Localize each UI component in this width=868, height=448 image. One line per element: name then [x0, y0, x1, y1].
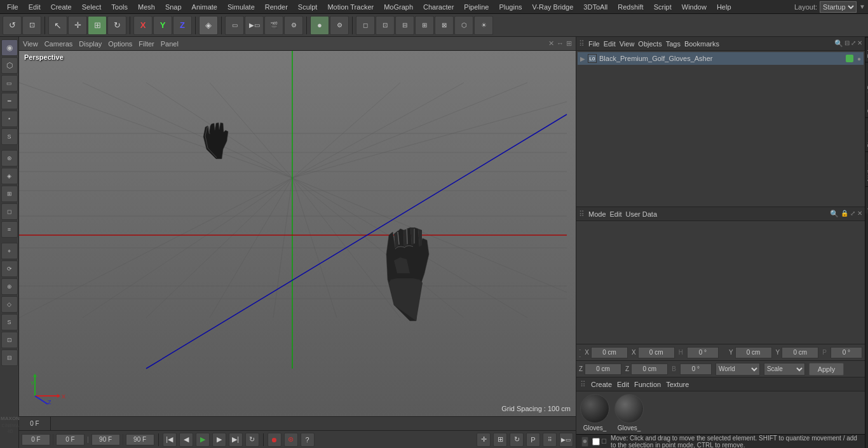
top-view-button[interactable]: ⊡ [376, 16, 395, 35]
sidebar-polygon-button[interactable]: ▭ [1, 75, 18, 92]
menu-mograph[interactable]: MoGraph [379, 2, 417, 12]
front-view-button[interactable]: ⊟ [395, 16, 414, 35]
coord-x-size-input[interactable] [638, 347, 675, 358]
coord-y-size-input[interactable] [782, 347, 818, 358]
vp-icon-3[interactable]: ⊞ [566, 39, 572, 48]
render-settings-button[interactable]: ⚙ [284, 16, 303, 35]
vtab-structure[interactable]: Structure [865, 118, 868, 152]
om-item-gloves[interactable]: ▶ L0 Black_Premium_Golf_Gloves_Asher ● [578, 52, 864, 65]
vp-icon-1[interactable]: ✕ [548, 39, 554, 48]
sidebar-mesh-button[interactable]: ⬡ [1, 57, 18, 74]
vp-icon-2[interactable]: ↔ [557, 39, 564, 48]
snap-button[interactable]: ● [310, 16, 329, 35]
right-view-button[interactable]: ⊞ [415, 16, 434, 35]
vp-display-menu[interactable]: Display [79, 40, 102, 48]
coord-type-dropdown[interactable]: Scale [764, 363, 805, 376]
menu-motion-tracker[interactable]: Motion Tracker [323, 2, 378, 12]
om-tags-menu[interactable]: Tags [666, 40, 681, 48]
sidebar-tool6-button[interactable]: ⌖ [1, 243, 18, 259]
sidebar-tool5-button[interactable]: ≡ [1, 221, 18, 238]
coord-mode-dropdown[interactable]: World [715, 363, 760, 376]
menu-edit[interactable]: Edit [24, 2, 45, 12]
vtab-takes[interactable]: Takes [865, 37, 868, 62]
viewport-solo-button[interactable]: ⬡ [454, 16, 473, 35]
render-active-view-button[interactable]: ▶▭ [245, 16, 264, 35]
sidebar-tool11-button[interactable]: ⊡ [1, 332, 18, 348]
om-filter-icon[interactable]: ⊟ [844, 39, 850, 48]
coord-apply-button[interactable]: Apply [809, 363, 844, 376]
sidebar-tool8-button[interactable]: ⊕ [1, 278, 18, 295]
vp-view-menu[interactable]: View [23, 40, 38, 48]
menu-vray-bridge[interactable]: V-Ray Bridge [528, 2, 578, 12]
x-axis-button[interactable]: X [133, 16, 153, 35]
sidebar-tool1-button[interactable]: ⊛ [1, 150, 18, 166]
om-close-icon[interactable]: ✕ [857, 39, 862, 48]
sidebar-uvw-button[interactable]: S [1, 128, 18, 145]
om-view-menu[interactable]: View [620, 40, 635, 48]
vp-options-menu[interactable]: Options [108, 40, 132, 48]
om-search-icon[interactable]: 🔍 [834, 39, 843, 48]
scale-tool-button[interactable]: ⊞ [88, 16, 107, 35]
menu-tools[interactable]: Tools [107, 2, 132, 12]
attr-lock-icon[interactable]: 🔒 [841, 210, 848, 218]
menu-render[interactable]: Render [261, 2, 292, 12]
viewport[interactable]: Perspective [19, 51, 576, 416]
render-end-frame-input[interactable] [126, 434, 154, 445]
menu-3dtoall[interactable]: 3DToAll [579, 2, 612, 12]
om-expand-icon[interactable]: ⤢ [851, 39, 856, 48]
sidebar-tool2-button[interactable]: ◈ [1, 168, 18, 184]
attr-expand-icon[interactable]: ⤢ [850, 210, 855, 218]
four-view-button[interactable]: ⊠ [435, 16, 454, 35]
rotate-tool-button[interactable]: ↻ [107, 16, 126, 35]
status-checkbox[interactable]: ☐ [592, 438, 607, 445]
sidebar-tool12-button[interactable]: ⊟ [1, 350, 18, 366]
prev-frame-button[interactable]: ◀ [179, 433, 193, 447]
menu-simulate[interactable]: Simulate [223, 2, 259, 12]
goto-start-button[interactable]: |◀ [163, 433, 177, 447]
menu-file[interactable]: File [3, 2, 23, 12]
vtab-layers[interactable]: Layers [865, 186, 868, 214]
menu-create[interactable]: Create [46, 2, 76, 12]
autokey-button[interactable]: ⊛ [284, 433, 298, 447]
z-axis-button[interactable]: Z [173, 16, 192, 35]
sidebar-tool9-button[interactable]: ◇ [1, 296, 18, 313]
om-objects-menu[interactable]: Objects [638, 40, 661, 48]
mat-texture-menu[interactable]: Texture [666, 381, 689, 388]
perspective-view-button[interactable]: ◻ [356, 16, 375, 35]
undo-button[interactable]: ↺ [3, 16, 22, 35]
coord-z-size-input[interactable] [631, 363, 668, 375]
coord-x-pos-input[interactable] [591, 347, 628, 358]
play-button[interactable]: ▶ [196, 433, 210, 447]
om-file-menu[interactable]: File [588, 40, 600, 48]
sidebar-edge-button[interactable]: ━ [1, 93, 18, 109]
vtab-attributes[interactable]: Attributes [865, 151, 868, 186]
move-tool-button[interactable]: ✛ [68, 16, 87, 35]
start-frame-input[interactable] [22, 434, 50, 445]
shading-button[interactable]: ☀ [474, 16, 493, 35]
redo-button[interactable]: ⊡ [22, 16, 41, 35]
om-bookmarks-menu[interactable]: Bookmarks [684, 40, 719, 48]
end-frame-input[interactable] [92, 434, 120, 445]
menu-character[interactable]: Character [419, 2, 458, 12]
coord-y-pos-input[interactable] [735, 347, 772, 358]
attr-search-icon[interactable]: 🔍 [830, 210, 839, 218]
sidebar-tool7-button[interactable]: ⟳ [1, 261, 18, 277]
current-frame-input[interactable] [56, 434, 85, 445]
vp-filter-menu[interactable]: Filter [139, 40, 154, 48]
parab-button[interactable]: P [526, 433, 540, 447]
coord-b-input[interactable] [680, 363, 712, 375]
menu-sculpt[interactable]: Sculpt [294, 2, 322, 12]
menu-window[interactable]: Window [677, 2, 711, 12]
mat-edit-menu[interactable]: Edit [617, 381, 629, 388]
goto-end-button[interactable]: ▶| [229, 433, 243, 447]
object-mode-button[interactable]: ◈ [199, 16, 218, 35]
vp-panel-menu[interactable]: Panel [161, 40, 179, 48]
mat-function-menu[interactable]: Function [634, 381, 661, 388]
menu-script[interactable]: Script [649, 2, 676, 12]
coord-z-pos-input[interactable] [585, 363, 621, 375]
mat-item-1[interactable]: Gloves_ [580, 394, 609, 431]
coord-h-input[interactable] [687, 347, 719, 358]
mat-item-2[interactable]: Gloves_ [614, 394, 644, 431]
menu-mesh[interactable]: Mesh [133, 2, 159, 12]
rotate-tool-pb-button[interactable]: ↻ [510, 433, 524, 447]
